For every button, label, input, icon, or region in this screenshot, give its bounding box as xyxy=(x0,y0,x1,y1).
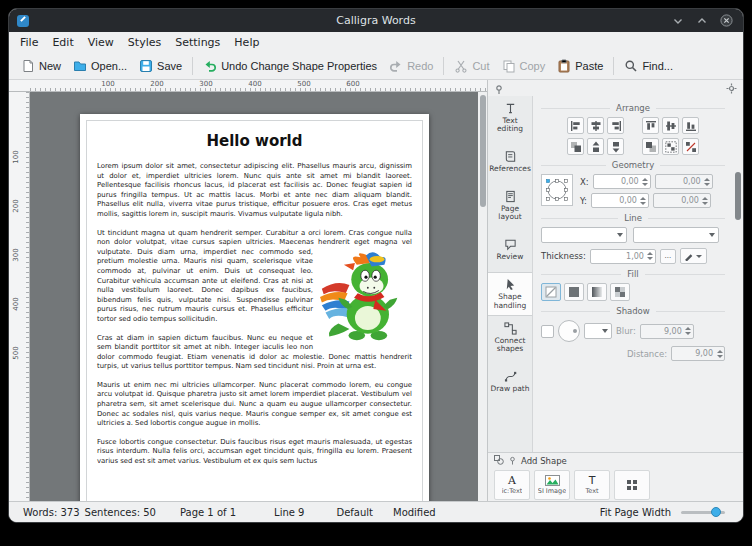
tab-shape-handling[interactable]: Shape handling xyxy=(488,272,532,316)
minimize-button[interactable] xyxy=(672,15,684,27)
spinner-arrows[interactable] xyxy=(641,178,650,186)
lower-button[interactable] xyxy=(607,138,624,155)
arrange-section-header: Arrange xyxy=(541,103,725,113)
y-position-spinbox[interactable]: 0,00 xyxy=(591,193,649,208)
menubar: File Edit View Styles Settings Help xyxy=(9,32,743,52)
spinner-arrows[interactable] xyxy=(639,197,648,205)
shadow-color-combobox[interactable] xyxy=(584,323,612,339)
tab-draw-path[interactable]: Draw path xyxy=(488,360,532,404)
menu-edit[interactable]: Edit xyxy=(45,34,80,51)
shape-artistic-text[interactable]: A ic:Text xyxy=(494,470,530,500)
ruler-mark: 400 xyxy=(12,295,20,313)
line-section-header: Line xyxy=(541,213,725,223)
paste-button[interactable]: Paste xyxy=(551,56,609,76)
maximize-button[interactable] xyxy=(696,15,708,27)
fill-solid-button[interactable] xyxy=(564,283,584,301)
save-button[interactable]: Save xyxy=(133,56,188,76)
dock-settings-gear-icon[interactable] xyxy=(726,79,737,98)
align-bottom-button[interactable] xyxy=(682,117,699,134)
titlebar[interactable]: Calligra Words xyxy=(9,9,743,32)
copy-button[interactable]: Copy xyxy=(496,56,552,76)
shadow-section-header: Shadow xyxy=(541,306,725,316)
x-position-spinbox[interactable]: 0,00 xyxy=(593,174,651,189)
redo-button[interactable]: Redo xyxy=(383,56,439,76)
line-end-style-combobox[interactable] xyxy=(633,227,719,243)
scrollbar-handle[interactable] xyxy=(480,95,486,207)
chevron-down-icon xyxy=(602,329,608,333)
height-spinbox[interactable]: 0,00 xyxy=(653,193,711,208)
shadow-enable-checkbox[interactable] xyxy=(541,325,554,338)
distance-spinbox[interactable]: 9,00 xyxy=(671,346,725,361)
spinner-arrows[interactable] xyxy=(715,350,724,358)
canvas[interactable]: Hello world Lorem ipsum dolor sit amet, … xyxy=(30,92,478,501)
menu-settings[interactable]: Settings xyxy=(168,34,227,51)
group-button[interactable] xyxy=(662,138,679,155)
vertical-ruler[interactable]: 100 200 300 400 500 xyxy=(9,92,30,501)
new-button[interactable]: New xyxy=(15,56,67,76)
shape-image[interactable]: SI Image xyxy=(534,470,570,500)
fill-section-header: Fill xyxy=(541,269,725,279)
ungroup-button[interactable] xyxy=(682,138,699,155)
tab-references[interactable]: References xyxy=(488,140,532,184)
paragraph-4: Mauris ut enim nec mi ultricies ullamcor… xyxy=(97,381,412,429)
options-scrollbar[interactable] xyxy=(733,96,743,452)
tab-connect-shapes[interactable]: Connect shapes xyxy=(488,316,532,360)
zoom-mode-selector[interactable]: Fit Page Width xyxy=(600,507,671,518)
tab-text-editing[interactable]: Text editing xyxy=(488,96,532,140)
cut-button[interactable]: Cut xyxy=(448,56,495,76)
scrollbar-handle[interactable] xyxy=(735,172,741,220)
text-icon: T xyxy=(589,475,596,486)
spinner-arrows[interactable] xyxy=(646,252,655,260)
menu-view[interactable]: View xyxy=(81,34,121,51)
fill-gradient-button[interactable] xyxy=(587,283,607,301)
bring-to-front-button[interactable] xyxy=(567,138,584,155)
line-color-button[interactable] xyxy=(680,248,707,264)
align-left-button[interactable] xyxy=(567,117,584,134)
spinner-arrows[interactable] xyxy=(701,197,710,205)
align-hcenter-button[interactable] xyxy=(587,117,604,134)
shadow-angle-dial[interactable] xyxy=(558,320,580,342)
raise-button[interactable] xyxy=(587,138,604,155)
fill-none-button[interactable] xyxy=(541,283,561,301)
tab-page-layout[interactable]: Page layout xyxy=(488,184,532,228)
thickness-spinbox[interactable]: 1,00 xyxy=(590,249,656,264)
line-more-options-button[interactable]: ... xyxy=(660,249,676,264)
spinner-arrows[interactable] xyxy=(684,327,693,335)
fill-gradient-icon xyxy=(591,286,603,298)
tab-review[interactable]: Review xyxy=(488,228,532,272)
shape-text[interactable]: T Text xyxy=(574,470,610,500)
konqi-mascot-image[interactable] xyxy=(320,250,412,342)
find-button[interactable]: Find... xyxy=(618,56,679,76)
copy-icon xyxy=(502,59,516,73)
fill-pattern-button[interactable] xyxy=(610,283,630,301)
align-vcenter-button[interactable] xyxy=(662,117,679,134)
menu-file[interactable]: File xyxy=(13,34,45,51)
align-top-icon xyxy=(645,120,657,132)
align-right-button[interactable] xyxy=(607,117,624,134)
pattern-icon xyxy=(626,479,638,491)
open-button[interactable]: Open... xyxy=(67,56,133,76)
zoom-slider[interactable] xyxy=(681,506,725,518)
width-spinbox[interactable]: 0,00 xyxy=(655,174,713,189)
open-folder-icon xyxy=(73,59,87,73)
menu-styles[interactable]: Styles xyxy=(121,34,168,51)
document-page[interactable]: Hello world Lorem ipsum dolor sit amet, … xyxy=(80,114,429,501)
menu-help[interactable]: Help xyxy=(227,34,266,51)
align-top-button[interactable] xyxy=(642,117,659,134)
dock-float-button[interactable] xyxy=(494,79,504,98)
line-style-combobox[interactable] xyxy=(541,227,627,243)
style-selector[interactable]: Default xyxy=(336,507,373,518)
spinner-arrows[interactable] xyxy=(703,178,712,186)
bring-to-front-icon xyxy=(570,141,582,153)
send-to-back-button[interactable] xyxy=(642,138,659,155)
pin-icon[interactable] xyxy=(508,456,517,467)
document-scrollbar[interactable] xyxy=(478,92,487,501)
blur-spinbox[interactable]: 9,00 xyxy=(640,324,694,339)
horizontal-ruler[interactable]: 100 200 300 400 500 600 xyxy=(30,80,487,92)
close-button[interactable] xyxy=(720,14,733,27)
shape-pattern[interactable] xyxy=(614,470,650,500)
undo-button[interactable]: Undo Change Shape Properties xyxy=(197,56,383,76)
zoom-slider-handle[interactable] xyxy=(711,507,721,517)
paragraph-2: Ut tincidunt magna ut quam hendrerit sem… xyxy=(97,229,412,325)
ruler-mark: 600 xyxy=(344,80,362,88)
